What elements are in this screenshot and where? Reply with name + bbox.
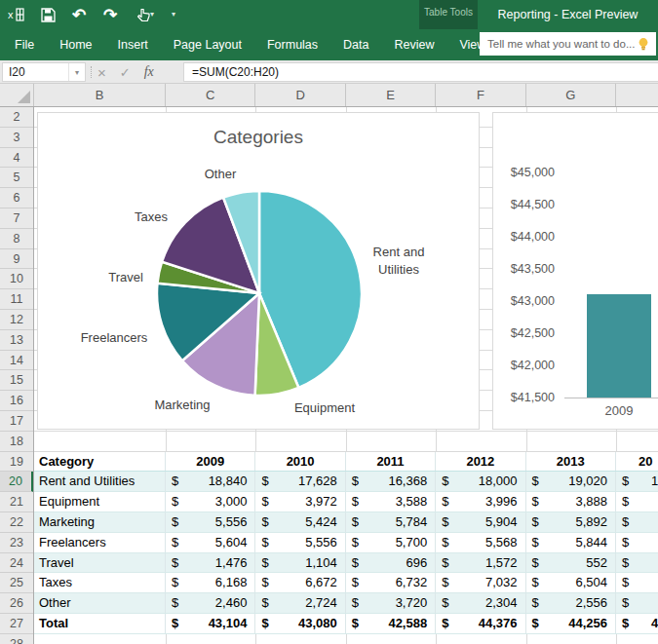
partial-value-cell[interactable]: $1 bbox=[616, 472, 658, 491]
table-value-cell[interactable]: $5,424 bbox=[255, 512, 345, 532]
column-header-D[interactable]: D bbox=[255, 84, 345, 106]
name-box[interactable]: I20 ▾ bbox=[2, 62, 86, 82]
row-header-8[interactable]: 8 bbox=[0, 229, 33, 249]
column-header-C[interactable]: C bbox=[166, 84, 255, 106]
table-value-cell[interactable]: $3,588 bbox=[346, 492, 436, 511]
table-year-header-cell[interactable]: 2010 bbox=[255, 452, 345, 472]
table-value-cell[interactable]: $44,256 bbox=[526, 614, 616, 633]
table-value-cell[interactable]: $6,504 bbox=[526, 573, 616, 592]
sheet-grid[interactable]: 2345678910111213141516171819202122232425… bbox=[0, 107, 658, 644]
category-cell[interactable]: Total bbox=[34, 614, 166, 633]
table-category-header-cell[interactable]: Category bbox=[34, 452, 166, 472]
table-year-header-cell[interactable]: 2011 bbox=[346, 452, 436, 472]
table-value-cell[interactable]: $17,628 bbox=[255, 472, 345, 491]
cancel-icon[interactable]: × bbox=[97, 65, 106, 80]
row-header-7[interactable]: 7 bbox=[0, 208, 33, 229]
row-header-22[interactable]: 22 bbox=[0, 512, 33, 533]
redo-icon[interactable]: ↷ bbox=[101, 6, 119, 23]
table-value-cell[interactable]: $16,368 bbox=[346, 472, 436, 491]
name-box-dropdown-icon[interactable]: ▾ bbox=[68, 63, 85, 81]
partial-value-cell[interactable]: $ bbox=[616, 553, 658, 573]
row-header-6[interactable]: 6 bbox=[0, 188, 33, 208]
row-header-11[interactable]: 11 bbox=[0, 289, 33, 310]
save-icon[interactable] bbox=[39, 6, 57, 23]
row-header-10[interactable]: 10 bbox=[0, 269, 33, 289]
row-header-12[interactable]: 12 bbox=[0, 310, 33, 330]
table-value-cell[interactable]: $3,972 bbox=[255, 492, 345, 511]
row-header-2[interactable]: 2 bbox=[0, 107, 33, 128]
table-value-cell[interactable]: $5,904 bbox=[436, 512, 525, 532]
row-header-15[interactable]: 15 bbox=[0, 370, 33, 391]
table-value-cell[interactable]: $1,104 bbox=[255, 553, 345, 573]
table-value-cell[interactable]: $3,000 bbox=[166, 492, 255, 511]
table-year-header-cell[interactable]: 2009 bbox=[166, 452, 255, 472]
table-value-cell[interactable]: $5,556 bbox=[166, 512, 255, 532]
row-header-16[interactable]: 16 bbox=[0, 391, 33, 411]
row-header-17[interactable]: 17 bbox=[0, 411, 33, 432]
row-header-20[interactable]: 20 bbox=[0, 472, 33, 492]
table-value-cell[interactable]: $6,168 bbox=[166, 573, 255, 592]
category-cell[interactable]: Taxes bbox=[34, 573, 166, 592]
pie-chart[interactable]: Categories Rent and UtilitiesEquipmentMa… bbox=[37, 112, 480, 430]
table-value-cell[interactable]: $5,700 bbox=[346, 533, 436, 552]
table-value-cell[interactable]: $43,104 bbox=[166, 614, 255, 633]
table-value-cell[interactable]: $7,032 bbox=[436, 573, 525, 592]
touch-mouse-mode-icon[interactable]: ▾ bbox=[133, 6, 158, 23]
table-value-cell[interactable]: $2,304 bbox=[436, 593, 525, 613]
table-year-header-cell[interactable]: 2013 bbox=[526, 452, 616, 472]
table-value-cell[interactable]: $1,572 bbox=[436, 553, 525, 573]
partial-value-cell[interactable]: $ bbox=[616, 512, 658, 532]
table-partial-year-header[interactable]: 20 bbox=[616, 452, 658, 472]
formula-input[interactable]: =SUM(C20:H20) bbox=[183, 62, 658, 82]
touch-mode-dropdown-icon[interactable]: ▾ bbox=[150, 11, 154, 19]
bar-chart[interactable]: $45,000$44,500$44,000$43,500$43,000$42,5… bbox=[492, 112, 658, 430]
table-value-cell[interactable]: $6,732 bbox=[346, 573, 436, 592]
enter-icon[interactable]: ✓ bbox=[120, 66, 131, 79]
column-header-F[interactable]: F bbox=[436, 84, 525, 106]
table-value-cell[interactable]: $2,460 bbox=[166, 593, 255, 613]
table-value-cell[interactable]: $2,556 bbox=[526, 593, 616, 613]
row-header-27[interactable]: 27 bbox=[0, 614, 33, 634]
table-value-cell[interactable]: $5,892 bbox=[526, 512, 616, 532]
table-value-cell[interactable]: $2,724 bbox=[255, 593, 345, 613]
table-value-cell[interactable]: $18,840 bbox=[166, 472, 255, 491]
select-all-corner[interactable] bbox=[0, 84, 34, 106]
row-header-21[interactable]: 21 bbox=[0, 492, 33, 512]
row-header-24[interactable]: 24 bbox=[0, 553, 33, 574]
partial-value-cell[interactable]: $ bbox=[616, 573, 658, 592]
table-value-cell[interactable]: $3,996 bbox=[436, 492, 525, 511]
table-value-cell[interactable]: $5,556 bbox=[255, 533, 345, 552]
partial-value-cell[interactable]: $ bbox=[616, 533, 658, 552]
category-cell[interactable]: Marketing bbox=[34, 512, 166, 532]
table-value-cell[interactable]: $3,720 bbox=[346, 593, 436, 613]
table-value-cell[interactable]: $5,844 bbox=[526, 533, 616, 552]
ribbon-tab-data[interactable]: Data bbox=[330, 29, 381, 60]
table-value-cell[interactable]: $1,476 bbox=[166, 553, 255, 573]
table-value-cell[interactable]: $43,080 bbox=[255, 614, 345, 633]
table-value-cell[interactable]: $552 bbox=[526, 553, 616, 573]
partial-value-cell[interactable]: $4 bbox=[616, 614, 658, 633]
category-cell[interactable]: Freelancers bbox=[34, 533, 166, 552]
table-value-cell[interactable]: $696 bbox=[346, 553, 436, 573]
table-value-cell[interactable]: $42,588 bbox=[346, 614, 436, 633]
table-value-cell[interactable]: $18,000 bbox=[436, 472, 525, 491]
column-header-G[interactable]: G bbox=[526, 84, 616, 106]
excel-logo-icon[interactable]: x bbox=[8, 6, 25, 23]
table-value-cell[interactable]: $3,888 bbox=[526, 492, 616, 511]
row-header-3[interactable]: 3 bbox=[0, 128, 33, 148]
ribbon-tab-home[interactable]: Home bbox=[47, 29, 104, 60]
ribbon-tab-file[interactable]: File bbox=[2, 29, 47, 60]
category-cell[interactable]: Rent and Utilities bbox=[34, 472, 166, 491]
table-value-cell[interactable]: $5,568 bbox=[436, 533, 525, 552]
row-header-5[interactable]: 5 bbox=[0, 168, 33, 188]
row-header-28[interactable]: 28 bbox=[0, 634, 33, 644]
tell-me-box[interactable]: Tell me what you want to do... bbox=[480, 32, 656, 56]
row-header-4[interactable]: 4 bbox=[0, 148, 33, 169]
partial-value-cell[interactable]: $ bbox=[616, 593, 658, 613]
table-value-cell[interactable]: $19,020 bbox=[526, 472, 616, 491]
row-header-26[interactable]: 26 bbox=[0, 593, 33, 614]
row-header-19[interactable]: 19 bbox=[0, 452, 33, 473]
undo-icon[interactable]: ↶ bbox=[70, 6, 88, 23]
column-header-B[interactable]: B bbox=[34, 84, 166, 106]
category-cell[interactable]: Travel bbox=[34, 553, 166, 573]
